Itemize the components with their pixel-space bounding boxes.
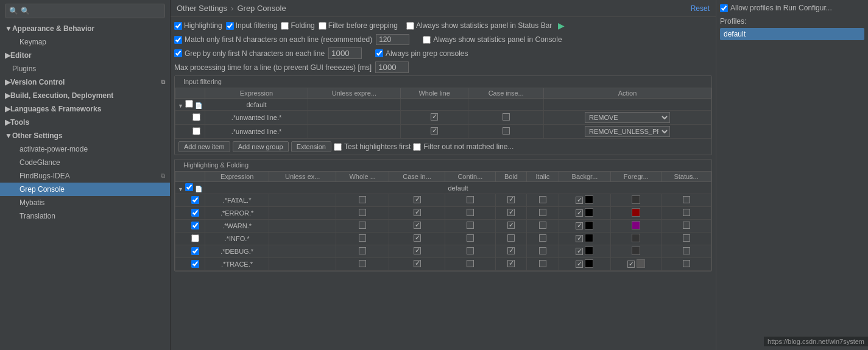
tab-always-show-statistics-status[interactable]: Always show statistics panel in Status B… <box>406 21 552 30</box>
sidebar-item-translation[interactable]: Translation <box>0 209 170 223</box>
breadcrumb-parent: Other Settings <box>177 4 227 13</box>
expand-cell2[interactable]: ▼ 📄 <box>175 182 205 194</box>
grep-first-checkbox[interactable] <box>174 49 182 57</box>
fatal-bold <box>495 194 526 207</box>
match-n-input[interactable] <box>376 34 409 45</box>
sidebar-item-mybatis[interactable]: Mybatis <box>0 196 170 209</box>
trace-status <box>662 258 711 271</box>
sidebar-item-codeglance[interactable]: CodeGlance <box>0 156 170 169</box>
sidebar-item-languages[interactable]: ▶ Languages & Frameworks <box>0 102 170 116</box>
indicator-icon: ▶ <box>558 21 565 30</box>
always-show-status-checkbox[interactable] <box>406 22 414 30</box>
th-bg: Backgr... <box>559 172 611 182</box>
highlighting-folding-table: Expression Unless ex... Whole ... Case i… <box>175 171 711 271</box>
error-checkbox[interactable] <box>191 209 199 217</box>
group-checkbox[interactable] <box>185 183 193 191</box>
th-action: Action <box>544 88 711 99</box>
tab-folding[interactable]: Folding <box>281 21 314 30</box>
profile-default[interactable]: default <box>720 28 864 40</box>
allow-profiles-option[interactable]: Allow profiles in Run Configur... <box>720 4 864 12</box>
grep-n-input[interactable] <box>328 47 362 59</box>
allow-profiles-checkbox[interactable] <box>720 4 728 12</box>
tab-filter-before[interactable]: Filter before grepping <box>319 21 398 30</box>
always-pin-checkbox[interactable] <box>375 49 383 57</box>
add-new-item-button[interactable]: Add new item <box>178 141 230 152</box>
sidebar-item-build[interactable]: ▶ Build, Execution, Deployment <box>0 89 170 102</box>
always-show-console-checkbox[interactable] <box>423 36 431 44</box>
action-select2[interactable]: REMOVE_UNLESS_PREVIOUSL... <box>585 126 670 137</box>
trace-checkbox[interactable] <box>191 260 199 268</box>
tab-input-filtering[interactable]: Input filtering <box>226 21 278 30</box>
highlighting-checkbox[interactable] <box>174 22 182 30</box>
sidebar-item-editor[interactable]: ▶ Editor <box>0 49 170 62</box>
info-checkbox[interactable] <box>191 234 199 242</box>
extension-button[interactable]: Extension <box>291 141 331 152</box>
arrow-icon: ▼ <box>5 131 12 140</box>
folding-checkbox[interactable] <box>281 22 289 30</box>
copy-icon-findbugs: ⧉ <box>161 172 165 180</box>
fatal-whole <box>336 194 389 207</box>
expr-cell: default <box>205 99 308 111</box>
info-bg-color <box>585 234 593 242</box>
max-processing-input[interactable] <box>375 61 409 73</box>
input-filtering-checkbox[interactable] <box>226 22 234 30</box>
add-new-group-button[interactable]: Add new group <box>233 141 289 152</box>
info-italic <box>527 233 559 245</box>
error-fg <box>611 207 662 220</box>
th-expand <box>175 88 205 99</box>
sidebar-item-version-control[interactable]: ▶ Version Control ⧉ <box>0 75 170 89</box>
action-select[interactable]: REMOVE <box>585 112 670 123</box>
sidebar-item-activate-power-mode[interactable]: activate-power-mode <box>0 142 170 156</box>
search-input[interactable] <box>21 7 161 15</box>
th-italic: Italic <box>527 172 559 182</box>
tab-highlighting[interactable]: Highlighting <box>174 21 222 30</box>
fatal-checkbox[interactable] <box>191 196 199 204</box>
trace-expand-cell <box>175 258 205 271</box>
warn-fg <box>611 220 662 233</box>
fatal-expand-cell <box>175 194 205 207</box>
info-fg <box>611 233 662 245</box>
trace-unless <box>269 258 336 271</box>
match-first-checkbox[interactable] <box>174 36 182 44</box>
debug-whole <box>336 245 389 258</box>
match-first-row: Match only first N characters on each li… <box>174 34 712 45</box>
fatal-italic <box>527 194 559 207</box>
child-checkbox2[interactable] <box>192 127 200 135</box>
table-row-debug: .*DEBUG.* <box>175 245 711 258</box>
sidebar-item-plugins[interactable]: Plugins <box>0 62 170 75</box>
test-highlighters-label: Test highlighters first <box>344 142 411 151</box>
match-first-option[interactable]: Match only first N characters on each li… <box>174 35 372 44</box>
warn-checkbox[interactable] <box>191 222 199 229</box>
trace-fg-color <box>637 259 645 268</box>
sidebar-item-appearance[interactable]: ▼ Appearance & Behavior <box>0 22 170 35</box>
action-cell <box>544 99 711 111</box>
sidebar-item-findbugs[interactable]: FindBugs-IDEA ⧉ <box>0 169 170 183</box>
table-row: .*unwanted line.* REM <box>175 111 711 125</box>
row-checkbox[interactable] <box>185 100 193 108</box>
sidebar-item-label: FindBugs-IDEA <box>19 172 70 180</box>
filter-out-checkbox[interactable] <box>413 143 421 151</box>
debug-checkbox[interactable] <box>191 247 199 255</box>
expand-cell[interactable]: ▼ 📄 <box>175 99 205 111</box>
whole-cell <box>400 125 468 139</box>
sidebar-item-label: Plugins <box>12 65 36 73</box>
fatal-bg <box>559 194 611 207</box>
info-expr: .*INFO.* <box>205 233 269 245</box>
always-show-console-option[interactable]: Always show statistics panel in Console <box>423 35 562 44</box>
child-checkbox[interactable] <box>192 113 200 121</box>
sidebar-item-tools[interactable]: ▶ Tools <box>0 116 170 129</box>
whole-checked2 <box>431 127 438 135</box>
sidebar-item-grep-console[interactable]: Grep Console <box>0 183 170 196</box>
grep-first-option[interactable]: Grep by only first N characters on each … <box>174 49 325 58</box>
debug-fg <box>611 245 662 258</box>
sidebar-item-other-settings[interactable]: ▼ Other Settings <box>0 129 170 142</box>
always-pin-option[interactable]: Always pin grep consoles <box>375 49 468 58</box>
reset-button[interactable]: Reset <box>691 4 710 13</box>
sidebar-item-keymap[interactable]: Keymap <box>0 35 170 49</box>
test-highlighters-option[interactable]: Test highlighters first <box>334 142 411 151</box>
test-highlighters-checkbox[interactable] <box>334 143 342 151</box>
filter-before-checkbox[interactable] <box>319 22 326 30</box>
filter-out-option[interactable]: Filter out not matched line... <box>413 142 513 151</box>
fatal-case <box>389 194 445 207</box>
sidebar-item-label: Editor <box>10 51 32 60</box>
